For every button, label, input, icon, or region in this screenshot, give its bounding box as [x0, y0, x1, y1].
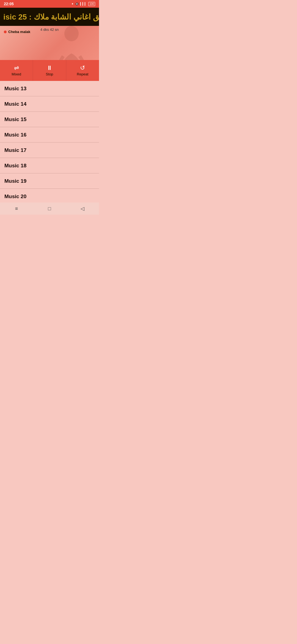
music-title-0: Music 13	[4, 86, 26, 92]
battery-indicator: 100	[88, 2, 95, 6]
stop-label: Stop	[46, 72, 53, 76]
music-list-item-6[interactable]: Music 19	[0, 173, 99, 189]
music-list: Music 13Music 14Music 15Music 16Music 17…	[0, 81, 99, 203]
artist-label-area: Cheba malak	[4, 30, 30, 34]
shuffle-icon: ⇌	[14, 65, 19, 71]
repeat-button[interactable]: ↺ Repeat	[66, 60, 99, 81]
music-list-item-3[interactable]: Music 16	[0, 127, 99, 143]
bluetooth-icon: ✦	[71, 2, 74, 6]
app-title: بيق اغاني الشابة ملاك : 25 isic	[3, 12, 99, 21]
music-list-item-7[interactable]: Music 20	[0, 189, 99, 203]
mixed-label: Mixed	[12, 72, 21, 76]
status-bar: 22:05 ✦ 🔇 ▎▎▎ 100	[0, 0, 99, 8]
music-list-item-4[interactable]: Music 17	[0, 143, 99, 158]
music-title-1: Music 14	[4, 101, 26, 107]
repeat-icon: ↺	[80, 65, 85, 71]
music-list-item-1[interactable]: Music 14	[0, 96, 99, 112]
header-banner: بيق اغاني الشابة ملاك : 25 isic	[0, 8, 99, 26]
status-time: 22:05	[4, 2, 14, 6]
menu-button[interactable]: ≡	[13, 205, 20, 212]
svg-point-0	[64, 26, 79, 41]
artist-name: Cheba malak	[8, 30, 30, 34]
home-icon: □	[48, 206, 51, 212]
back-icon: ◁	[81, 206, 84, 212]
mute-icon: 🔇	[75, 2, 79, 6]
mixed-button[interactable]: ⇌ Mixed	[0, 60, 33, 81]
stop-button[interactable]: ⏸ Stop	[33, 60, 66, 81]
back-button[interactable]: ◁	[79, 205, 86, 212]
music-title-2: Music 15	[4, 116, 26, 122]
duration-display: 4 dks 42 sn	[40, 28, 59, 32]
home-button[interactable]: □	[46, 205, 53, 212]
music-title-5: Music 18	[4, 163, 26, 169]
player-area: 4 dks 42 sn Cheba malak ⇌ Mixed ⏸ Stop ↺…	[0, 26, 99, 81]
music-title-3: Music 16	[4, 132, 26, 138]
pause-icon: ⏸	[46, 65, 53, 71]
player-controls: ⇌ Mixed ⏸ Stop ↺ Repeat	[0, 60, 99, 81]
status-icons: ✦ 🔇 ▎▎▎ 100	[71, 2, 95, 6]
music-list-item-5[interactable]: Music 18	[0, 158, 99, 173]
bottom-navigation: ≡ □ ◁	[0, 203, 99, 215]
music-title-7: Music 20	[4, 193, 26, 200]
music-title-6: Music 19	[4, 178, 26, 184]
playing-dot	[4, 31, 7, 33]
signal-icon: ▎▎▎	[80, 2, 87, 6]
repeat-label: Repeat	[77, 72, 88, 76]
hamburger-icon: ≡	[15, 206, 18, 212]
music-title-4: Music 17	[4, 147, 26, 153]
music-list-item-0[interactable]: Music 13	[0, 81, 99, 96]
music-list-item-2[interactable]: Music 15	[0, 112, 99, 127]
